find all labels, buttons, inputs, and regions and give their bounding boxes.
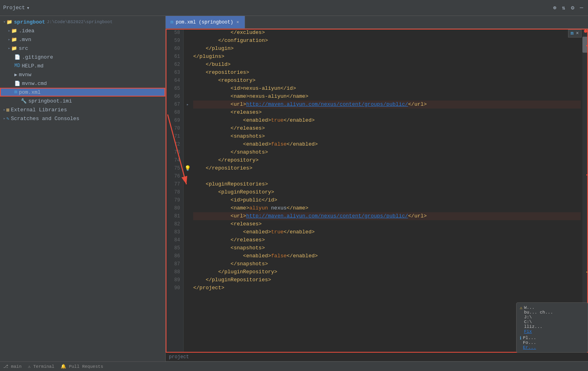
- line-number: 81: [166, 212, 180, 220]
- line-number: 90: [166, 284, 180, 292]
- gutter-cell: [184, 204, 192, 212]
- line-number: 87: [166, 260, 180, 268]
- tree-root-springboot[interactable]: ▾ 📁 springboot J:\Code\BS2022\springboot: [0, 18, 165, 26]
- line-number: 64: [166, 77, 180, 85]
- code-line: </build>: [193, 61, 581, 69]
- code-line: <snapshots>: [193, 244, 581, 252]
- xml-code: <id>public</id>: [193, 196, 277, 204]
- code-line: <releases>: [193, 220, 581, 228]
- line-number: 72: [166, 140, 180, 148]
- xml-code: </snapshots>: [193, 148, 268, 156]
- editor-area: m pom.xml (springboot) × m × 58596061626…: [166, 16, 588, 361]
- info-icon: ℹ: [520, 335, 521, 350]
- xml-code: <repositories>: [193, 69, 249, 77]
- dropdown-chevron-icon: ▾: [27, 5, 30, 11]
- code-line: <pluginRepositories>: [193, 180, 581, 188]
- warn-marker: [586, 272, 588, 272]
- sidebar-item-idea[interactable]: ▸ 📁 .idea: [0, 26, 165, 35]
- line-number: 84: [166, 236, 180, 244]
- gutter-cell: [184, 180, 192, 188]
- line-number: 68: [166, 109, 180, 116]
- sidebar-item-src[interactable]: ▸ 📁 src: [0, 44, 165, 53]
- fix-link[interactable]: Fix: [524, 329, 532, 334]
- sidebar-item-pomxml[interactable]: m pom.xml: [0, 88, 165, 97]
- sidebar-item-helpmd[interactable]: MD HELP.md: [0, 61, 165, 70]
- xml-code: </plugin>: [193, 45, 234, 53]
- status-bar: ⎇ main ⚠ Terminal 🔔 Pull Requests: [0, 361, 588, 371]
- tab-label: pom.xml (springboot): [176, 20, 233, 25]
- gutter-cell: [184, 260, 192, 268]
- code-line: </plugins>: [193, 53, 581, 61]
- line-number: 63: [166, 69, 180, 77]
- gutter-cell: [184, 172, 192, 180]
- xml-code: <pluginRepository>: [193, 188, 274, 196]
- line-number: 65: [166, 85, 180, 93]
- file-icon: ▶: [14, 72, 17, 78]
- code-line: </pluginRepository>: [193, 268, 581, 276]
- gutter-cell: [184, 116, 192, 124]
- chevron-right-icon: ▸: [8, 28, 10, 33]
- project-dropdown[interactable]: Project ▾: [3, 5, 30, 11]
- minimize-icon[interactable]: —: [578, 4, 585, 12]
- file-icon: MD: [14, 63, 20, 69]
- sidebar-item-springbootimi[interactable]: 🔧 springboot.imi: [0, 97, 165, 105]
- sidebar-item-external-libraries[interactable]: ▸ ▦ External Libraries: [0, 105, 165, 114]
- scratches-icon: ✎: [6, 116, 9, 122]
- top-bar-actions: ⊕ ⇅ ⚙ —: [551, 4, 585, 12]
- gutter-cell: [184, 252, 192, 260]
- error-link[interactable]: Er...: [523, 345, 536, 350]
- xml-code: </releases>: [193, 236, 265, 244]
- xml-code: </configuration>: [193, 37, 268, 45]
- notif-warning-text: W...: [524, 305, 553, 310]
- sidebar-item-label: mvnw.cmd: [22, 81, 47, 87]
- sidebar-item-mvnw[interactable]: ▶ mvnw: [0, 70, 165, 79]
- chevron-right-icon: ▸: [3, 116, 6, 121]
- notif-warning-detail: bu... ch...: [524, 310, 553, 315]
- xml-open-tag: <enabled>: [243, 252, 271, 260]
- sidebar-item-label: .gitignore: [22, 54, 53, 60]
- gutter-cell: [184, 85, 192, 93]
- line-number: 77: [166, 180, 180, 188]
- sidebar-item-mvnwcmd[interactable]: 📄 mvnw.cmd: [0, 79, 165, 88]
- sidebar-item-mvn[interactable]: ▸ 📁 .mvn: [0, 35, 165, 44]
- line-number: 71: [166, 132, 180, 140]
- xml-code: </build>: [193, 61, 231, 69]
- sidebar-item-gitignore[interactable]: 📄 .gitignore: [0, 53, 165, 61]
- error-marker: [586, 45, 588, 46]
- maven-panel-close[interactable]: ×: [576, 31, 579, 36]
- code-line: [193, 172, 581, 180]
- tab-close-button[interactable]: ×: [236, 20, 240, 25]
- notif-path3: lliz...: [524, 324, 553, 329]
- line-number: 70: [166, 124, 180, 132]
- notification-panel: ⚠ W... bu... ch... J:\ C:\ lliz... Fix ℹ…: [516, 302, 588, 353]
- sidebar-item-label: src: [19, 45, 28, 51]
- line-number: 66: [166, 93, 180, 101]
- editor-content: m × 585960616263646566676869707172737475…: [166, 29, 588, 353]
- settings-icon[interactable]: ⚙: [569, 4, 576, 12]
- line-number: 88: [166, 268, 180, 276]
- gutter-cell: [184, 284, 192, 292]
- notif-warning: ⚠ W... bu... ch... J:\ C:\ lliz... Fix: [520, 305, 584, 334]
- locate-icon[interactable]: ⊕: [551, 4, 558, 12]
- folder-icon: 📁: [6, 19, 12, 25]
- code-line: <name>nexus-aliyun</name>: [193, 93, 581, 101]
- collapse-icon[interactable]: ⇅: [560, 4, 567, 12]
- status-git[interactable]: ⎇ main: [3, 364, 22, 369]
- xml-icon: m: [14, 89, 17, 95]
- line-number: 73: [166, 148, 180, 156]
- code-line: <enabled>false</enabled>: [193, 252, 581, 260]
- folder-icon: 📁: [11, 45, 17, 51]
- sidebar-item-label: External Libraries: [11, 107, 67, 113]
- tab-pomxml[interactable]: m pom.xml (springboot) ×: [166, 16, 245, 28]
- chevron-right-icon: ▸: [8, 37, 10, 42]
- fold-icon: ▸: [186, 102, 189, 107]
- project-label: Project: [3, 5, 25, 11]
- status-terminal[interactable]: ⚠ Terminal: [28, 364, 54, 369]
- xml-open-tag: <enabled>: [243, 228, 271, 236]
- url-link[interactable]: http://maven.aliyun.com/nexus/content/gr…: [246, 101, 408, 109]
- sidebar-item-scratches[interactable]: ▸ ✎ Scratches and Consoles: [0, 114, 165, 123]
- url-link[interactable]: http://maven.aliyun.com/nexus/content/gr…: [246, 212, 408, 220]
- status-pullrequests[interactable]: 🔔 Pull Requests: [61, 364, 103, 369]
- line-number: 80: [166, 204, 180, 212]
- code-line: </snapshots>: [193, 148, 581, 156]
